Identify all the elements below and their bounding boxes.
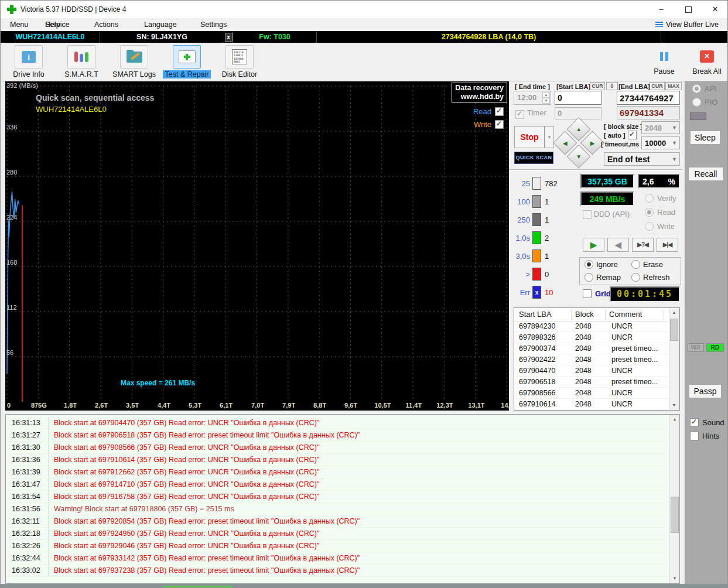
sleep-button[interactable]: Sleep (690, 131, 720, 145)
legend-write-label: Write (474, 120, 491, 129)
toolbar-button[interactable]: SMART Logs (108, 45, 160, 79)
hints-checkbox[interactable] (690, 432, 699, 440)
counter-threshold-label: > (510, 270, 530, 279)
table-row[interactable]: 697898326 2048 UNCR (514, 332, 670, 343)
toolbar-button[interactable]: i Drive Info (3, 45, 54, 79)
end-lba-max-button[interactable]: MAX (665, 82, 682, 90)
scrollbar-thumb[interactable] (670, 319, 678, 341)
read-checkbox[interactable] (495, 107, 504, 116)
ignore-radio[interactable] (585, 260, 593, 269)
cell-comment: UNCR (611, 333, 633, 341)
table-row[interactable]: 697906518 2048 preset timeo... (514, 377, 670, 388)
spin-up-icon[interactable]: ▲ (542, 92, 550, 98)
stop-button[interactable]: Stop (514, 126, 545, 148)
minimize-button[interactable]: – (648, 1, 675, 18)
playback-button[interactable]: ◀ (607, 238, 629, 252)
playback-button[interactable]: ▶?◀ (632, 238, 654, 252)
device-capacity: 27344764928 LBA (14,0 TB) (317, 31, 661, 43)
toolbar-button[interactable]: 010110 110011 101000 0001 Disk Editor (214, 45, 265, 79)
counter-row: > 0 (510, 268, 577, 281)
passp-button[interactable]: Passp (689, 384, 722, 398)
view-buffer-live-button[interactable]: View Buffer Live (655, 18, 719, 31)
table-scrollbar[interactable]: ▲ ▼ (669, 308, 679, 410)
log-row: 16:32:44 Block start at 697933142 (357 G… (6, 552, 667, 565)
block-size-dropdown[interactable]: 2048▼ (641, 121, 680, 134)
menu-item[interactable]: Menu (4, 18, 34, 31)
end-lba-input[interactable]: 27344764927 (617, 91, 680, 105)
break-all-button[interactable]: ✕ (695, 46, 719, 66)
menu-item[interactable]: Settings (194, 18, 233, 31)
log-message: Block start at 697906518 (357 GB) Read e… (54, 431, 360, 439)
spin-down-icon[interactable]: ▼ (542, 98, 550, 104)
remap-radio[interactable] (585, 273, 593, 282)
counter-color-box (532, 213, 541, 226)
playback-button[interactable]: ▶ (583, 238, 604, 252)
scroll-down-icon[interactable]: ▼ (670, 574, 679, 583)
chevron-down-icon: ▼ (672, 140, 677, 146)
end-time-spinner[interactable]: 12:00 ▲▼ (514, 91, 551, 105)
col-block[interactable]: Block (575, 310, 594, 319)
timeout-label: [ timeout,ms ] (601, 141, 643, 148)
grid-checkbox[interactable] (583, 289, 592, 298)
start-lba-cur-button[interactable]: CUR (590, 82, 605, 90)
write-checkbox[interactable] (495, 120, 504, 129)
pio-radio[interactable] (692, 98, 701, 107)
scroll-up-icon[interactable]: ▲ (670, 415, 679, 424)
playback-button[interactable]: ▶|◀ (657, 238, 678, 252)
table-row[interactable]: 697900374 2048 preset timeo... (514, 343, 670, 354)
device-close-button[interactable]: x (225, 33, 233, 42)
menu-item[interactable]: Actions (88, 18, 124, 31)
toolbar-icon (179, 50, 196, 63)
end-time-spin-buttons[interactable]: ▲▼ (542, 92, 550, 104)
col-comment[interactable]: Comment (609, 310, 642, 319)
counter-row: 100 1 (510, 195, 577, 208)
refresh-radio[interactable] (631, 273, 640, 282)
counter-threshold-label: 25 (510, 179, 530, 188)
menu-item[interactable]: Language (138, 18, 183, 31)
device-firmware: Fw: T030 (233, 31, 317, 43)
toolbar-button[interactable]: Test & Repair (161, 45, 213, 79)
right-sidebar: API PIO Sleep Recall WR RD Passp Sound H… (685, 81, 728, 584)
sound-checkbox[interactable] (690, 418, 699, 427)
table-row[interactable]: 697902422 2048 preset timeo... (514, 354, 670, 365)
table-row[interactable]: 697910614 2048 UNCR (514, 399, 670, 410)
menu-item-help[interactable]: Help (39, 18, 66, 31)
table-row[interactable]: 697908566 2048 UNCR (514, 388, 670, 399)
recall-button[interactable]: Recall (688, 167, 723, 181)
panel-divider (509, 169, 682, 171)
scroll-up-icon[interactable]: ▲ (669, 308, 679, 317)
ddd-api-checkbox[interactable] (583, 210, 592, 219)
log-scrollbar[interactable]: ▲ ▼ (669, 415, 679, 583)
counter-count: 2 (545, 234, 549, 242)
erase-radio[interactable] (631, 260, 640, 269)
end-lba-cur-button[interactable]: CUR (650, 82, 665, 90)
scroll-down-icon[interactable]: ▼ (669, 401, 679, 410)
sound-label: Sound (702, 418, 724, 427)
timeout-dropdown[interactable]: 10000▼ (641, 136, 680, 149)
table-row[interactable]: 697894230 2048 UNCR (514, 321, 670, 332)
maximize-button[interactable] (675, 1, 702, 18)
close-button[interactable]: ✕ (702, 1, 728, 18)
scrollbar-thumb[interactable] (671, 497, 679, 533)
end-action-dropdown[interactable]: End of test▼ (604, 152, 680, 166)
start-lba-zero-button[interactable]: 0 (606, 82, 618, 90)
cell-start-lba: 697894230 (519, 322, 556, 330)
counter-row: 1,0s 2 (510, 231, 577, 244)
pio-label: PIO (705, 98, 717, 107)
toolbar-button[interactable]: S.M.A.R.T (56, 45, 107, 79)
counter-threshold-label: Err (510, 288, 530, 297)
table-row[interactable]: 697904470 2048 UNCR (514, 365, 670, 377)
read-radio[interactable] (645, 208, 654, 217)
timer-checkbox[interactable] (515, 110, 524, 119)
col-start-lba[interactable]: Start LBA (519, 310, 552, 319)
toolbar-icon: 010110 110011 101000 0001 (232, 49, 247, 64)
quick-scan-button[interactable]: QUICK SCAN (514, 152, 553, 164)
pause-button[interactable] (652, 46, 676, 66)
start-lba-input[interactable]: 0 (555, 91, 601, 105)
stop-dropdown-button[interactable]: ▼ (545, 126, 554, 148)
api-radio[interactable] (692, 84, 701, 93)
verify-radio[interactable] (645, 194, 654, 203)
auto-checkbox[interactable] (628, 131, 637, 139)
api-label: API (705, 84, 717, 93)
write-radio[interactable] (645, 222, 654, 231)
